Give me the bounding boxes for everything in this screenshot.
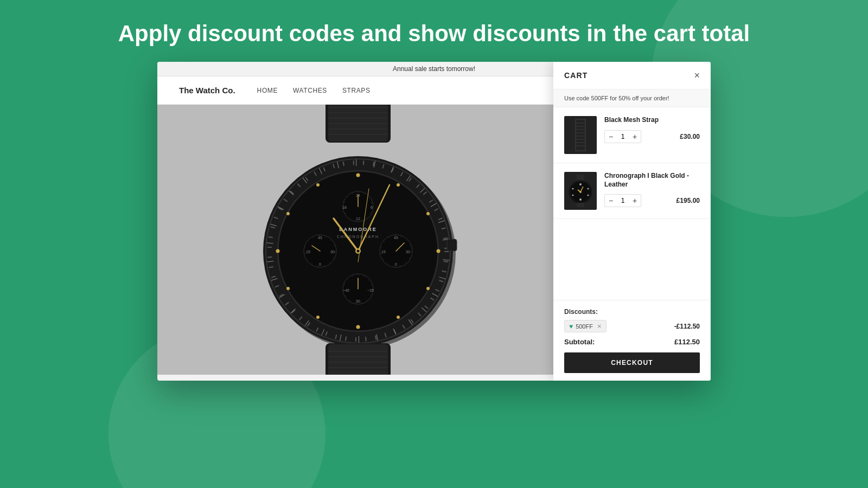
nav-straps[interactable]: STRAPS bbox=[342, 87, 371, 94]
website-mockup: Annual sale starts tomorrow! The Watch C… bbox=[157, 62, 711, 381]
cart-panel: CART × Use code 500FF for 50% off your o… bbox=[553, 62, 711, 381]
site-logo: The Watch Co. bbox=[179, 86, 235, 95]
cart-item-name: Chronograph I Black Gold - Leather bbox=[604, 172, 700, 189]
cart-item-price: £30.00 bbox=[680, 133, 700, 140]
svg-text:30: 30 bbox=[406, 250, 410, 254]
svg-point-19 bbox=[426, 212, 430, 215]
cart-item-increase-button[interactable]: + bbox=[629, 195, 641, 207]
cart-promo-text: Use code 500FF for 50% off your order! bbox=[564, 95, 669, 101]
cart-item-details: Black Mesh Strap − 1 + £30.00 bbox=[604, 116, 700, 143]
cart-item: Black Mesh Strap − 1 + £30.00 bbox=[553, 107, 711, 163]
cart-item-qty-value: 1 bbox=[617, 133, 629, 140]
checkout-button[interactable]: CHECKOUT bbox=[564, 352, 700, 373]
svg-rect-65 bbox=[328, 344, 388, 375]
discount-code: 500FF bbox=[576, 323, 593, 330]
subtotal-value: £112.50 bbox=[674, 338, 700, 346]
svg-point-23 bbox=[356, 325, 360, 329]
svg-text:45: 45 bbox=[318, 236, 322, 240]
cart-title: CART bbox=[564, 71, 588, 80]
svg-point-20 bbox=[437, 249, 441, 253]
svg-text:−45: −45 bbox=[343, 288, 349, 292]
cart-item-details: Chronograph I Black Gold - Leather − 1 +… bbox=[604, 172, 700, 207]
browser-window: Annual sale starts tomorrow! The Watch C… bbox=[157, 62, 711, 381]
watch-image: 24 6 18 12 45 15 30 0 bbox=[228, 105, 488, 375]
svg-text:15: 15 bbox=[381, 250, 386, 254]
svg-text:12: 12 bbox=[356, 217, 360, 221]
svg-point-17 bbox=[356, 174, 360, 177]
nav-links: HOME WATCHES STRAPS bbox=[257, 87, 371, 94]
svg-point-92 bbox=[572, 195, 574, 196]
nav-home[interactable]: HOME bbox=[257, 87, 278, 94]
svg-point-89 bbox=[588, 188, 589, 190]
svg-text:BANMOORE: BANMOORE bbox=[339, 227, 377, 232]
cart-item-price: £195.00 bbox=[676, 197, 700, 204]
cart-item-qty-row: − 1 + £195.00 bbox=[604, 194, 700, 207]
svg-rect-63 bbox=[447, 239, 457, 251]
svg-point-24 bbox=[316, 316, 320, 319]
cart-header: CART × bbox=[553, 62, 711, 89]
svg-point-90 bbox=[588, 195, 589, 196]
svg-text:30: 30 bbox=[330, 250, 335, 254]
svg-point-96 bbox=[579, 191, 582, 193]
product-area: 24 6 18 12 45 15 30 0 bbox=[157, 105, 711, 375]
subtotal-label: Subtotal: bbox=[564, 338, 595, 346]
announcement-text: Annual sale starts tomorrow! bbox=[393, 65, 475, 73]
svg-point-88 bbox=[579, 183, 582, 185]
cart-item-name: Black Mesh Strap bbox=[604, 116, 700, 125]
discount-tag-row: ♥ 500FF × -£112.50 bbox=[564, 320, 700, 332]
discount-icon: ♥ bbox=[569, 323, 573, 330]
cart-item-decrease-button[interactable]: − bbox=[605, 131, 617, 143]
cart-item-increase-button[interactable]: + bbox=[629, 131, 641, 143]
svg-rect-97 bbox=[577, 203, 584, 207]
discount-tag: ♥ 500FF × bbox=[564, 320, 607, 332]
svg-point-22 bbox=[397, 316, 400, 319]
svg-point-18 bbox=[397, 183, 400, 187]
svg-text:30: 30 bbox=[356, 299, 360, 303]
cart-items-list: Black Mesh Strap − 1 + £30.00 bbox=[553, 107, 711, 300]
cart-item-quantity: − 1 + bbox=[604, 130, 641, 143]
cart-item-decrease-button[interactable]: − bbox=[605, 195, 617, 207]
svg-text:−15: −15 bbox=[367, 288, 374, 292]
cart-item-qty-value: 1 bbox=[617, 197, 629, 204]
cart-item-quantity: − 1 + bbox=[604, 194, 641, 207]
svg-point-25 bbox=[286, 287, 290, 290]
svg-point-21 bbox=[426, 287, 430, 290]
svg-text:6: 6 bbox=[371, 206, 373, 209]
svg-rect-1 bbox=[328, 105, 388, 142]
svg-text:15: 15 bbox=[306, 250, 310, 254]
cart-item-qty-row: − 1 + £30.00 bbox=[604, 130, 700, 143]
discount-remove-button[interactable]: × bbox=[597, 322, 602, 330]
svg-text:0: 0 bbox=[319, 262, 321, 266]
subtotal-row: Subtotal: £112.50 bbox=[564, 338, 700, 346]
nav-watches[interactable]: WATCHES bbox=[293, 87, 327, 94]
cart-footer: Discounts: ♥ 500FF × -£112.50 Subtotal: … bbox=[553, 300, 711, 381]
svg-point-93 bbox=[572, 188, 574, 190]
page-headline: Apply discount codes and show discounts … bbox=[0, 0, 868, 62]
cart-close-button[interactable]: × bbox=[694, 70, 700, 80]
svg-point-62 bbox=[357, 250, 360, 253]
svg-text:CHRONOGRAPH: CHRONOGRAPH bbox=[337, 235, 379, 239]
discounts-label: Discounts: bbox=[564, 308, 700, 316]
cart-promo-bar: Use code 500FF for 50% off your order! bbox=[553, 89, 711, 107]
discount-amount: -£112.50 bbox=[674, 323, 700, 330]
cart-item-image bbox=[564, 116, 597, 154]
product-image-area: 24 6 18 12 45 15 30 0 bbox=[157, 105, 559, 375]
svg-text:18: 18 bbox=[342, 206, 347, 209]
svg-text:45: 45 bbox=[394, 236, 398, 240]
svg-point-27 bbox=[286, 212, 290, 215]
svg-text:0: 0 bbox=[395, 262, 397, 266]
svg-point-91 bbox=[579, 198, 582, 201]
svg-point-28 bbox=[316, 183, 320, 187]
cart-item: Chronograph I Black Gold - Leather − 1 +… bbox=[553, 163, 711, 219]
cart-item-image bbox=[564, 172, 597, 210]
svg-point-26 bbox=[276, 249, 280, 253]
